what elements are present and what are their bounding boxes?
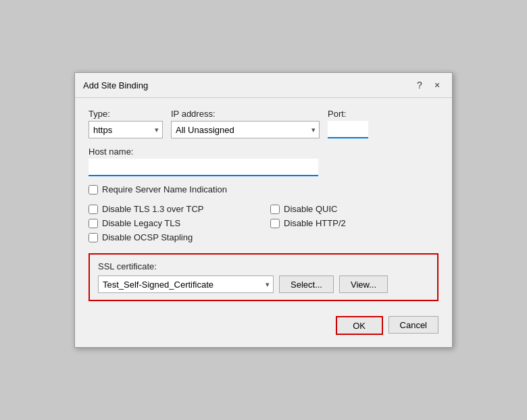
ip-select-wrapper: All Unassigned	[171, 121, 320, 138]
port-input[interactable]: 443	[328, 121, 368, 138]
ssl-view-button[interactable]: View...	[339, 275, 388, 293]
ssl-select-wrapper: Test_Self-Signed_Certificate	[98, 275, 274, 293]
help-button[interactable]: ?	[413, 78, 426, 92]
type-label: Type:	[89, 109, 163, 119]
ip-select[interactable]: All Unassigned	[171, 121, 320, 138]
disable-ocsp-row: Disable OCSP Stapling	[89, 232, 257, 242]
title-bar-left: Add Site Binding	[83, 80, 148, 90]
hostname-field-group: Host name:	[89, 147, 438, 176]
type-field-group: Type: https	[89, 109, 163, 138]
disable-quic-row: Disable QUIC	[270, 204, 438, 214]
disable-quic-checkbox[interactable]	[270, 205, 280, 214]
ip-label: IP address:	[171, 109, 320, 119]
hostname-label: Host name:	[89, 147, 438, 157]
ssl-label: SSL certificate:	[98, 261, 429, 271]
close-button[interactable]: ×	[430, 78, 444, 92]
disable-tls13-row: Disable TLS 1.3 over TCP	[89, 204, 257, 214]
type-select-wrapper: https	[89, 121, 163, 138]
ssl-row: Test_Self-Signed_Certificate Select... V…	[98, 275, 429, 293]
checkbox-grid: Disable TLS 1.3 over TCP Disable QUIC Di…	[89, 204, 438, 242]
ok-button[interactable]: OK	[336, 316, 383, 335]
title-bar: Add Site Binding ? ×	[75, 73, 452, 98]
disable-tls13-label: Disable TLS 1.3 over TCP	[102, 204, 204, 214]
disable-ocsp-checkbox[interactable]	[89, 233, 98, 242]
require-sni-checkbox[interactable]	[89, 185, 98, 194]
port-field-group: Port: 443	[328, 109, 368, 138]
hostname-input[interactable]	[89, 159, 318, 176]
cancel-button[interactable]: Cancel	[388, 316, 438, 334]
disable-legacy-tls-checkbox[interactable]	[89, 219, 98, 228]
dialog-title: Add Site Binding	[83, 80, 148, 90]
disable-legacy-tls-row: Disable Legacy TLS	[89, 218, 257, 228]
title-bar-right: ? ×	[413, 78, 444, 92]
type-ip-port-row: Type: https IP address: All Unassigned P…	[89, 109, 438, 138]
disable-quic-label: Disable QUIC	[284, 204, 337, 214]
ssl-select-button[interactable]: Select...	[279, 275, 334, 293]
disable-legacy-tls-label: Disable Legacy TLS	[102, 218, 180, 228]
disable-ocsp-label: Disable OCSP Stapling	[102, 232, 193, 242]
port-label: Port:	[328, 109, 368, 119]
type-select[interactable]: https	[89, 121, 163, 138]
footer: OK Cancel	[89, 312, 438, 338]
disable-tls13-checkbox[interactable]	[89, 205, 98, 214]
ssl-section: SSL certificate: Test_Self-Signed_Certif…	[89, 253, 438, 301]
disable-http2-label: Disable HTTP/2	[284, 218, 346, 228]
dialog-body: Type: https IP address: All Unassigned P…	[75, 98, 452, 347]
require-sni-label: Require Server Name Indication	[102, 184, 227, 194]
ip-field-group: IP address: All Unassigned	[171, 109, 320, 138]
disable-http2-row: Disable HTTP/2	[270, 218, 438, 228]
disable-http2-checkbox[interactable]	[270, 219, 280, 228]
ssl-select[interactable]: Test_Self-Signed_Certificate	[98, 275, 274, 293]
require-sni-row: Require Server Name Indication	[89, 184, 438, 194]
add-site-binding-dialog: Add Site Binding ? × Type: https IP addr…	[74, 72, 453, 348]
